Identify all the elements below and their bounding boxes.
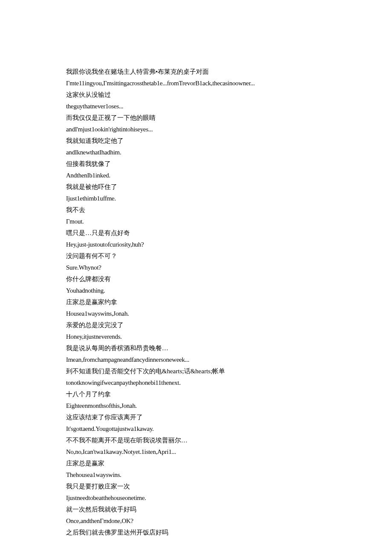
text-line: Imean,fromchampagneandfancydinnersonewee… [66, 354, 326, 366]
text-line: 我跟你说我坐在赌场主人特雷弗•布莱克的桌子对面 [66, 66, 326, 78]
text-line: theguythatnever1oses... [66, 101, 326, 112]
text-line: Γmte11ingyou,Γmsittingacrossthetab1e...f… [66, 78, 326, 89]
text-line: 庄家总是赢家 [66, 458, 326, 469]
text-line: Housea1wayswins,Jonah. [66, 308, 326, 320]
text-line: 我只是要打败庄家一次 [66, 481, 326, 492]
text-line: 就一次然后我就收手好吗 [66, 504, 326, 515]
text-line: 这家伙从没输过 [66, 89, 326, 101]
text-line: 嘿只是…只是有点好奇 [66, 227, 326, 239]
text-line: No,no,Ican'twa1kaway.Notyet.1isten,Apri1… [66, 446, 326, 458]
text-line: 不不我不能离开不是现在听我说埃普丽尔… [66, 435, 326, 446]
text-line: andIknewthatIhadhim. [66, 147, 326, 158]
text-line: Hey,just-justoutofcuriosity,huh? [66, 239, 326, 250]
text-line: 这应该结束了你应该离开了 [66, 412, 326, 423]
text-line: 我不去 [66, 204, 326, 216]
text-line: 你什么牌都没有 [66, 273, 326, 285]
text-line: 庄家总是赢家约拿 [66, 296, 326, 308]
text-line: Ijust1ethimb1uffme. [66, 193, 326, 204]
text-line: 之后我们就去佛罗里达州开饭店好吗 [66, 527, 326, 538]
text-line: Γmout. [66, 216, 326, 227]
text-line: andI'mjust1ookin'rightintohiseyes... [66, 124, 326, 135]
document-body: 我跟你说我坐在赌场主人特雷弗•布莱克的桌子对面Γmte11ingyou,Γmsi… [66, 66, 326, 538]
text-line: 亲爱的总是没完没了 [66, 320, 326, 331]
text-line: 我就知道我吃定他了 [66, 135, 326, 147]
text-line: Eighteenmonthsofthis,Jonah. [66, 400, 326, 412]
text-line: Honey,itjustneverends. [66, 331, 326, 343]
text-line: 到不知道我们是否能交付下次的电&hearts;话&hearts;帐单 [66, 366, 326, 377]
text-line: 但接着我犹像了 [66, 158, 326, 170]
text-line: AndthenIb1inked. [66, 170, 326, 181]
text-line: 没问题有何不可？ [66, 250, 326, 262]
text-line: Sure.Whynot? [66, 262, 326, 273]
text-line: It'sgottaend.Yougottajustwa1kaway. [66, 423, 326, 435]
text-line: Thehousea1wayswins. [66, 469, 326, 481]
text-line: Ijustneedtobeatthehouseonetime. [66, 492, 326, 504]
text-line: 我是说从每周的香槟酒和昂贵晚餐… [66, 343, 326, 354]
text-line: Once,andthenΓmdone,OK? [66, 515, 326, 527]
text-line: 而我仅仅是正视了一下他的眼睛 [66, 112, 326, 124]
text-line: 十八个月了约拿 [66, 389, 326, 400]
text-line: 我就是被他吓住了 [66, 181, 326, 193]
text-line: tonotknowingifwecanpaythephonebi11thenex… [66, 377, 326, 389]
text-line: Youhadnothing. [66, 285, 326, 296]
